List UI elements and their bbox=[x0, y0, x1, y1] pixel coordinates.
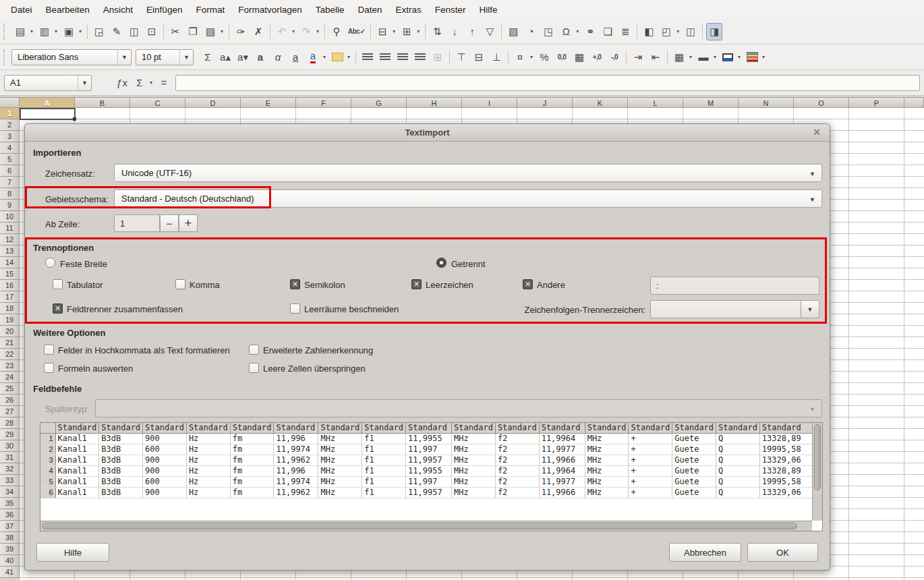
from-row-decrement-button[interactable]: − bbox=[160, 214, 179, 232]
special-character-dropdown-icon[interactable]: ▾ bbox=[574, 28, 581, 34]
option-formeln-auswerten-checkbox[interactable] bbox=[44, 363, 54, 373]
currency-format-dropdown-icon[interactable]: ▾ bbox=[528, 54, 535, 60]
locale-dropdown-icon[interactable]: ▼ bbox=[809, 196, 815, 203]
sort-descending-icon[interactable]: ↑ bbox=[464, 23, 480, 40]
wrap-text-icon[interactable] bbox=[412, 49, 428, 66]
other-separator-input[interactable]: : bbox=[650, 277, 819, 295]
decrease-font-size-icon[interactable]: a▾ bbox=[235, 49, 251, 66]
charset-combo[interactable]: Unicode (UTF-16) ▼ bbox=[114, 164, 822, 182]
menu-einfügen[interactable]: Einfügen bbox=[140, 2, 189, 18]
row-header-6[interactable]: 6 bbox=[0, 165, 20, 177]
fill-handle[interactable] bbox=[73, 117, 76, 121]
row-header-17[interactable]: 17 bbox=[0, 291, 20, 303]
font-color-icon[interactable]: a bbox=[305, 49, 321, 66]
column-header-m[interactable]: M bbox=[683, 97, 739, 108]
column-header-h[interactable]: H bbox=[407, 97, 462, 108]
open-document-dropdown-icon[interactable]: ▾ bbox=[53, 28, 59, 34]
insert-hyperlink-icon[interactable]: ⚭ bbox=[582, 23, 598, 40]
save-icon[interactable]: ▣ bbox=[61, 23, 77, 40]
separator-semikolon-checkbox[interactable] bbox=[290, 279, 300, 289]
fixed-width-radio[interactable] bbox=[45, 258, 55, 268]
row-header-18[interactable]: 18 bbox=[0, 303, 20, 314]
option-felder-in-hochkommata-als-text-formatieren-checkbox[interactable] bbox=[44, 345, 54, 355]
row-header-23[interactable]: 23 bbox=[0, 360, 20, 372]
preview-column-header-9[interactable]: Standard bbox=[406, 423, 452, 433]
select-function-sum-icon[interactable]: Σ bbox=[132, 74, 148, 92]
row-header-41[interactable]: 41 bbox=[0, 567, 20, 578]
currency-format-icon[interactable]: ¤ bbox=[512, 49, 528, 66]
row-header-8[interactable]: 8 bbox=[0, 188, 20, 200]
separator-leerräume-beschneiden-label[interactable]: Leerräume beschneiden bbox=[304, 304, 399, 314]
row-header-26[interactable]: 26 bbox=[0, 395, 20, 406]
increase-indent-icon[interactable]: ⇥ bbox=[630, 49, 646, 66]
separator-feldtrenner-zusammenfassen-label[interactable]: Feldtrenner zusammenfassen bbox=[67, 304, 183, 314]
preview-column-header-17[interactable]: Standard bbox=[759, 423, 812, 433]
column-header-i[interactable]: I bbox=[462, 97, 517, 108]
option-leere-zellen-überspringen-checkbox[interactable] bbox=[249, 363, 259, 373]
row-header-35[interactable]: 35 bbox=[0, 498, 20, 509]
border-color-icon[interactable] bbox=[720, 49, 736, 66]
vertical-scrollbar-thumb[interactable] bbox=[814, 424, 821, 490]
row-header-38[interactable]: 38 bbox=[0, 532, 20, 544]
from-row-input[interactable]: 1 bbox=[114, 214, 160, 232]
insert-row-icon[interactable]: ⊟ bbox=[374, 23, 391, 40]
column-header-g[interactable]: G bbox=[351, 97, 407, 108]
preview-column-header-7[interactable]: Standard bbox=[318, 423, 362, 433]
help-button[interactable]: Hilfe bbox=[36, 543, 109, 562]
border-style-icon[interactable]: ▬ bbox=[695, 49, 712, 66]
row-header-15[interactable]: 15 bbox=[0, 268, 20, 280]
row-header-36[interactable]: 36 bbox=[0, 509, 20, 521]
insert-column-dropdown-icon[interactable]: ▾ bbox=[415, 28, 422, 34]
from-row-increment-button[interactable]: + bbox=[179, 214, 198, 232]
separator-komma-label[interactable]: Komma bbox=[190, 280, 220, 290]
align-right-icon[interactable] bbox=[395, 49, 411, 66]
preview-column-header-2[interactable]: Standard bbox=[99, 423, 143, 433]
row-header-31[interactable]: 31 bbox=[0, 452, 20, 463]
print-preview-icon[interactable]: ⊡ bbox=[144, 23, 160, 40]
delete-decimal-place-icon[interactable]: -,0 bbox=[606, 49, 623, 66]
separator-andere-checkbox[interactable] bbox=[523, 279, 533, 289]
preview-column-header-5[interactable]: Standard bbox=[230, 423, 274, 433]
preview-column-header-4[interactable]: Standard bbox=[186, 423, 230, 433]
column-header-d[interactable]: D bbox=[185, 97, 241, 108]
column-header-c[interactable]: C bbox=[130, 97, 185, 108]
menu-format[interactable]: Format bbox=[189, 2, 231, 18]
headers-footers-icon[interactable]: ≣ bbox=[617, 23, 633, 40]
preview-column-header-3[interactable]: Standard bbox=[143, 423, 187, 433]
add-decimal-place-icon[interactable]: +,0 bbox=[589, 49, 605, 66]
split-window-icon[interactable]: ◫ bbox=[683, 23, 699, 40]
italic-icon[interactable]: α bbox=[270, 49, 286, 66]
print-area-icon[interactable]: ◧ bbox=[641, 23, 657, 40]
row-header-32[interactable]: 32 bbox=[0, 463, 20, 475]
separator-tabulator-label[interactable]: Tabulator bbox=[67, 280, 103, 290]
menu-daten[interactable]: Daten bbox=[351, 2, 389, 18]
column-header-a[interactable]: A bbox=[20, 97, 75, 108]
name-box[interactable]: A1 ▼ bbox=[4, 75, 92, 91]
row-header-27[interactable]: 27 bbox=[0, 406, 20, 417]
option-leere-zellen-überspringen-label[interactable]: Leere Zellen überspringen bbox=[263, 364, 366, 374]
sort-ascending-icon[interactable]: ↓ bbox=[446, 23, 463, 40]
align-vertical-center-icon[interactable]: ⊟ bbox=[471, 49, 487, 66]
edit-mode-icon[interactable]: ✎ bbox=[109, 23, 125, 40]
row-header-19[interactable]: 19 bbox=[0, 314, 20, 326]
separated-label[interactable]: Getrennt bbox=[451, 259, 486, 269]
insert-image-icon[interactable]: ▧ bbox=[505, 23, 521, 40]
row-header-29[interactable]: 29 bbox=[0, 429, 20, 440]
align-left-icon[interactable] bbox=[359, 49, 376, 66]
name-box-dropdown-icon[interactable]: ▼ bbox=[78, 76, 91, 90]
align-center-icon[interactable] bbox=[377, 49, 393, 66]
sort-icon[interactable]: ⇅ bbox=[429, 23, 445, 40]
toolbar-grip[interactable] bbox=[3, 24, 8, 40]
row-header-5[interactable]: 5 bbox=[0, 154, 20, 165]
save-dropdown-icon[interactable]: ▾ bbox=[77, 28, 84, 34]
column-header-j[interactable]: J bbox=[517, 97, 573, 108]
new-document-dropdown-icon[interactable]: ▾ bbox=[28, 28, 35, 34]
paste-icon[interactable]: ▨ bbox=[202, 23, 219, 40]
insert-column-icon[interactable]: ⊞ bbox=[399, 23, 415, 40]
row-header-40[interactable]: 40 bbox=[0, 555, 20, 567]
export-pdf-icon[interactable]: ◲ bbox=[91, 23, 107, 40]
row-header-3[interactable]: 3 bbox=[0, 131, 20, 142]
separator-leerräume-beschneiden-checkbox[interactable] bbox=[290, 303, 300, 314]
print-icon[interactable]: ◫ bbox=[126, 23, 142, 40]
row-header-37[interactable]: 37 bbox=[0, 521, 20, 532]
